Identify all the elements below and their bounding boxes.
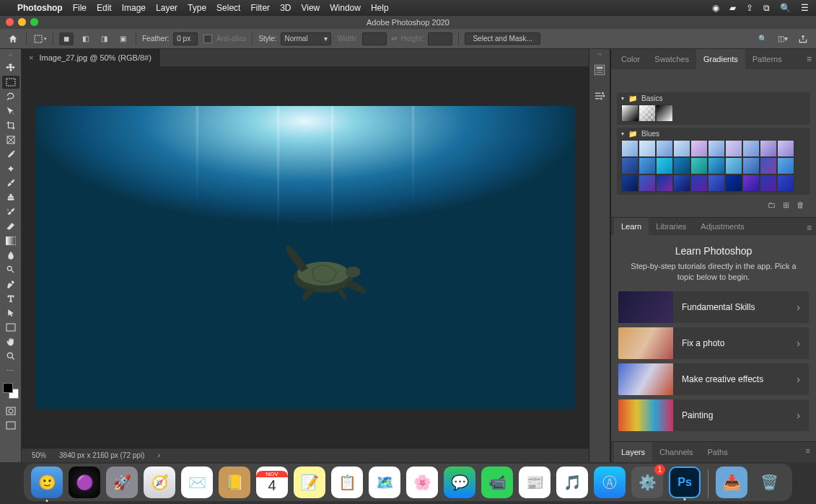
close-tab-icon[interactable]: × [29, 53, 33, 62]
gradient-tool-icon[interactable] [2, 234, 19, 247]
quickmask-icon[interactable] [2, 404, 19, 417]
style-select[interactable]: Normal▾ [281, 32, 331, 45]
lasso-tool-icon[interactable] [2, 90, 19, 103]
tab-swatches[interactable]: Swatches [647, 49, 696, 69]
quick-select-tool-icon[interactable] [2, 105, 19, 118]
dock-appstore[interactable]: Ⓐ [594, 467, 626, 498]
menu-edit[interactable]: Edit [97, 3, 112, 13]
gradient-swatch[interactable] [621, 157, 639, 174]
select-add-icon[interactable]: ◧ [78, 32, 92, 45]
history-panel-icon[interactable] [592, 62, 607, 78]
learn-item-fix[interactable]: Fix a photo › [618, 327, 809, 359]
color-swatches[interactable] [3, 383, 19, 399]
dock-music[interactable]: 🎵 [556, 467, 588, 498]
marquee-tool-preset[interactable]: ▾ [32, 32, 47, 45]
menu-view[interactable]: View [301, 3, 320, 13]
history-brush-tool-icon[interactable] [2, 205, 19, 218]
dock-news[interactable]: 📰 [519, 467, 550, 498]
screenmode-icon[interactable] [2, 419, 19, 432]
folder-new-icon[interactable]: 🗀 [768, 200, 776, 210]
gradient-swatch[interactable] [725, 174, 742, 192]
doc-info-chevron-icon[interactable]: › [157, 451, 159, 459]
dock-messages[interactable]: 💬 [444, 467, 475, 498]
notifications-icon[interactable]: ▰ [729, 3, 736, 13]
gradient-swatch[interactable] [673, 140, 690, 157]
gradient-swatch[interactable] [639, 105, 656, 122]
gradient-swatch[interactable] [777, 140, 794, 157]
marquee-tool-icon[interactable] [2, 76, 19, 89]
gradient-swatch[interactable] [639, 140, 656, 157]
gradient-swatch[interactable] [639, 157, 656, 174]
cc-sync-icon[interactable]: ◉ [712, 3, 719, 13]
dock-calendar[interactable]: NOV 4 [256, 467, 288, 498]
hand-tool-icon[interactable] [2, 335, 19, 348]
gradient-group-blues-header[interactable]: ▾ 📁 Blues [617, 128, 810, 140]
gradient-swatch[interactable] [760, 140, 777, 157]
zoom-readout[interactable]: 50% [32, 451, 46, 459]
shape-tool-icon[interactable] [2, 321, 19, 334]
menu-filter[interactable]: Filter [250, 3, 270, 13]
fullscreen-window[interactable] [30, 18, 38, 26]
gradient-swatch[interactable] [742, 174, 760, 192]
panel-expand-handle[interactable]: ‹‹ [597, 50, 602, 58]
dock-photoshop[interactable]: Ps [669, 467, 701, 498]
gradient-swatch[interactable] [760, 157, 777, 174]
tab-layers[interactable]: Layers [614, 442, 652, 462]
search-icon[interactable]: 🔍 [755, 32, 770, 45]
gradient-swatch[interactable] [777, 157, 794, 174]
gradient-swatch[interactable] [708, 140, 725, 157]
stamp-tool-icon[interactable] [2, 191, 19, 204]
gradient-swatch[interactable] [621, 105, 639, 122]
home-button[interactable] [6, 32, 20, 45]
learn-item-painting[interactable]: Painting › [618, 399, 809, 431]
gradient-swatch[interactable] [725, 157, 742, 174]
workspace-switcher-icon[interactable]: ◫▾ [776, 32, 790, 45]
select-subtract-icon[interactable]: ◨ [97, 32, 111, 45]
dodge-tool-icon[interactable] [2, 263, 19, 276]
dock-photos[interactable]: 🌸 [406, 467, 438, 498]
gradient-swatch[interactable] [690, 140, 708, 157]
close-window[interactable] [6, 18, 14, 26]
dock-contacts[interactable]: 📒 [219, 467, 250, 498]
gradient-swatch[interactable] [725, 140, 742, 157]
canvas-viewport[interactable] [22, 66, 589, 448]
tab-paths[interactable]: Paths [701, 442, 735, 462]
screen-mirror-icon[interactable]: ⧉ [763, 3, 770, 13]
panel-menu-icon[interactable]: ≡ [807, 223, 812, 233]
control-center-icon[interactable]: ☰ [801, 3, 809, 13]
move-tool-icon[interactable] [2, 61, 19, 74]
learn-item-fundamental[interactable]: Fundamental Skills › [618, 291, 809, 323]
crop-tool-icon[interactable] [2, 119, 19, 132]
gradient-group-basics-header[interactable]: ▾ 📁 Basics [617, 92, 810, 105]
menu-file[interactable]: File [73, 3, 87, 13]
panel-menu-icon[interactable]: ≡ [807, 54, 812, 64]
frame-tool-icon[interactable] [2, 133, 19, 146]
dock-finder[interactable]: 🙂 [31, 467, 63, 498]
dock-sysprefs[interactable]: ⚙️1 [631, 467, 663, 498]
blur-tool-icon[interactable] [2, 249, 19, 262]
tab-libraries[interactable]: Libraries [649, 218, 693, 235]
path-select-tool-icon[interactable] [2, 306, 19, 319]
dock-launchpad[interactable]: 🚀 [106, 467, 138, 498]
dock-mail[interactable]: ✉️ [181, 467, 213, 498]
airdrop-icon[interactable]: ⇪ [746, 3, 753, 13]
gradient-swatch[interactable] [708, 174, 725, 192]
toolbox-more-icon[interactable]: ⋯ [2, 364, 19, 377]
gradient-swatch[interactable] [656, 157, 673, 174]
menu-select[interactable]: Select [216, 3, 240, 13]
properties-panel-icon[interactable] [592, 88, 607, 104]
feather-input[interactable] [173, 32, 198, 45]
select-and-mask-button[interactable]: Select and Mask... [465, 32, 540, 45]
gradient-swatch[interactable] [690, 174, 708, 192]
gradient-swatch[interactable] [673, 174, 690, 192]
document-tab[interactable]: × Image_27.jpg @ 50% (RGB/8#) [22, 49, 159, 66]
select-intersect-icon[interactable]: ▣ [115, 32, 130, 45]
menu-type[interactable]: Type [188, 3, 206, 13]
dock-notes[interactable]: 📝 [294, 467, 325, 498]
menu-image[interactable]: Image [122, 3, 146, 13]
menu-help[interactable]: Help [371, 3, 389, 13]
gradient-swatch[interactable] [690, 157, 708, 174]
gradient-swatch[interactable] [760, 174, 777, 192]
dock-maps[interactable]: 🗺️ [369, 467, 400, 498]
gradient-swatch[interactable] [708, 157, 725, 174]
